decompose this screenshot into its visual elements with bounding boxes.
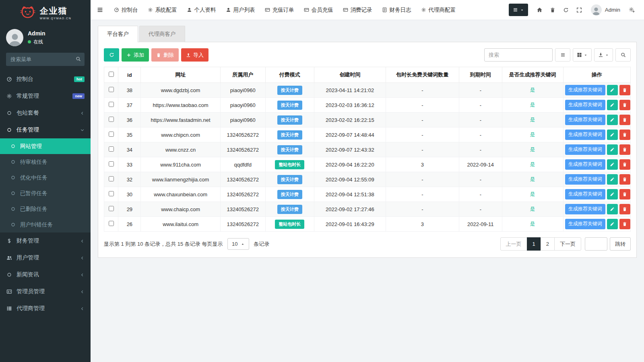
topbar-user[interactable]: Admin [586, 4, 625, 15]
row-checkbox[interactable] [109, 206, 114, 211]
delete-row-button[interactable] [619, 85, 630, 95]
topnav-link[interactable]: 充值订单 [260, 0, 299, 20]
tab[interactable]: 代理商客户 [139, 26, 185, 42]
select-all-checkbox[interactable] [109, 72, 114, 77]
generate-keywords-button[interactable]: 生成推荐关键词 [565, 219, 605, 229]
sidebar-subitem[interactable]: 用户纠错任务 [0, 217, 91, 232]
topnav-link[interactable]: 用户列表 [221, 0, 260, 20]
topnav-link[interactable]: 个人资料 [182, 0, 221, 20]
sidebar-subitem[interactable]: 优化中任务 [0, 170, 91, 185]
column-header[interactable]: 所属用户 [220, 67, 265, 83]
page-number-button[interactable]: 1 [527, 237, 541, 251]
list-view-button[interactable] [555, 48, 570, 62]
page-number-button[interactable]: 2 [541, 237, 555, 251]
delete-row-button[interactable] [619, 189, 630, 200]
row-checkbox[interactable] [109, 102, 114, 107]
delete-row-button[interactable] [619, 144, 630, 155]
generate-keywords-button[interactable]: 生成推荐关键词 [565, 144, 605, 155]
topnav-link[interactable]: 代理商配置 [416, 0, 461, 20]
sidebar-item[interactable]: 任务管理 [0, 121, 91, 138]
delete-row-button[interactable] [619, 219, 630, 229]
row-checkbox[interactable] [109, 146, 114, 152]
hamburger-menu-icon[interactable] [91, 0, 109, 20]
settings-gears-icon[interactable] [625, 0, 638, 20]
sidebar-subitem[interactable]: 网站管理 [0, 138, 91, 154]
edit-button[interactable] [607, 100, 618, 110]
delete-button[interactable]: 删除 [151, 48, 179, 62]
table-search-input[interactable] [484, 48, 553, 62]
add-button[interactable]: 添加 [122, 48, 149, 62]
sidebar-item[interactable]: 常规管理new [0, 88, 91, 105]
row-checkbox[interactable] [109, 117, 114, 122]
brand-logo[interactable]: 企业猫 WWW.QYMAO.CN [0, 0, 91, 25]
column-header[interactable]: 操作 [563, 67, 630, 83]
generate-keywords-button[interactable]: 生成推荐关键词 [565, 130, 605, 140]
column-header[interactable]: 包时长免费关键词数量 [386, 67, 459, 83]
sidebar-item[interactable]: 代理商管理 [0, 300, 91, 317]
home-icon[interactable] [533, 0, 546, 20]
fullscreen-icon[interactable] [573, 0, 586, 20]
trash-icon[interactable] [546, 0, 559, 20]
topnav-link[interactable]: 控制台 [109, 0, 143, 20]
delete-row-button[interactable] [619, 100, 630, 110]
sidebar-item[interactable]: 控制台hot [0, 71, 91, 88]
tab[interactable]: 平台客户 [98, 26, 138, 42]
row-checkbox[interactable] [109, 176, 114, 181]
delete-row-button[interactable] [619, 174, 630, 185]
edit-button[interactable] [607, 159, 618, 170]
generate-keywords-button[interactable]: 生成推荐关键词 [565, 85, 605, 95]
menu-dropdown-button[interactable] [509, 4, 528, 16]
topnav-link[interactable]: 系统配置 [143, 0, 182, 20]
column-header[interactable]: 到期时间 [459, 67, 502, 83]
column-header[interactable]: 创建时间 [314, 67, 386, 83]
jump-button[interactable]: 跳转 [610, 237, 631, 251]
row-checkbox[interactable] [109, 221, 114, 226]
jump-page-input[interactable] [585, 237, 607, 251]
advanced-search-button[interactable] [615, 48, 631, 62]
sidebar-search-input[interactable] [6, 53, 85, 66]
sidebar-item[interactable]: 包站套餐 [0, 105, 91, 121]
delete-row-button[interactable] [619, 159, 630, 170]
refresh-icon[interactable] [559, 0, 573, 20]
generate-keywords-button[interactable]: 生成推荐关键词 [565, 204, 605, 214]
edit-button[interactable] [607, 204, 618, 214]
edit-button[interactable] [607, 144, 618, 155]
import-button[interactable]: 导入 [181, 48, 208, 62]
sidebar-item[interactable]: 用户管理 [0, 249, 91, 266]
topnav-link[interactable]: 消费记录 [338, 0, 377, 20]
delete-row-button[interactable] [619, 115, 630, 125]
generate-keywords-button[interactable]: 生成推荐关键词 [565, 159, 605, 170]
page-size-select[interactable]: 10 [227, 238, 249, 250]
column-header[interactable]: 网址 [141, 67, 221, 83]
generate-keywords-button[interactable]: 生成推荐关键词 [565, 100, 605, 110]
topnav-link[interactable]: 财务日志 [377, 0, 416, 20]
column-header[interactable]: id [118, 67, 141, 83]
edit-button[interactable] [607, 115, 618, 125]
export-button[interactable] [594, 48, 613, 62]
sidebar-subitem[interactable]: 待审核任务 [0, 154, 91, 170]
row-checkbox[interactable] [109, 87, 114, 92]
generate-keywords-button[interactable]: 生成推荐关键词 [565, 189, 605, 200]
search-icon[interactable] [76, 56, 81, 62]
generate-keywords-button[interactable]: 生成推荐关键词 [565, 115, 605, 125]
column-header[interactable]: 是否生成推荐关键词 [502, 67, 563, 83]
edit-button[interactable] [607, 189, 618, 200]
columns-button[interactable] [573, 48, 592, 62]
row-checkbox[interactable] [109, 132, 114, 137]
delete-row-button[interactable] [619, 130, 630, 140]
topnav-link[interactable]: 会员充值 [299, 0, 338, 20]
edit-button[interactable] [607, 85, 618, 95]
next-page-button[interactable]: 下一页 [554, 237, 581, 251]
row-checkbox[interactable] [109, 161, 114, 167]
sidebar-item[interactable]: 新闻资讯 [0, 266, 91, 283]
prev-page-button[interactable]: 上一页 [500, 237, 527, 251]
sidebar-subitem[interactable]: 已暂停任务 [0, 185, 91, 201]
sidebar-subitem[interactable]: 已删除任务 [0, 201, 91, 217]
generate-keywords-button[interactable]: 生成推荐关键词 [565, 174, 605, 185]
delete-row-button[interactable] [619, 204, 630, 214]
sidebar-item[interactable]: 财务管理 [0, 232, 91, 249]
edit-button[interactable] [607, 130, 618, 140]
column-header[interactable]: 付费模式 [265, 67, 314, 83]
edit-button[interactable] [607, 174, 618, 185]
edit-button[interactable] [607, 219, 618, 229]
